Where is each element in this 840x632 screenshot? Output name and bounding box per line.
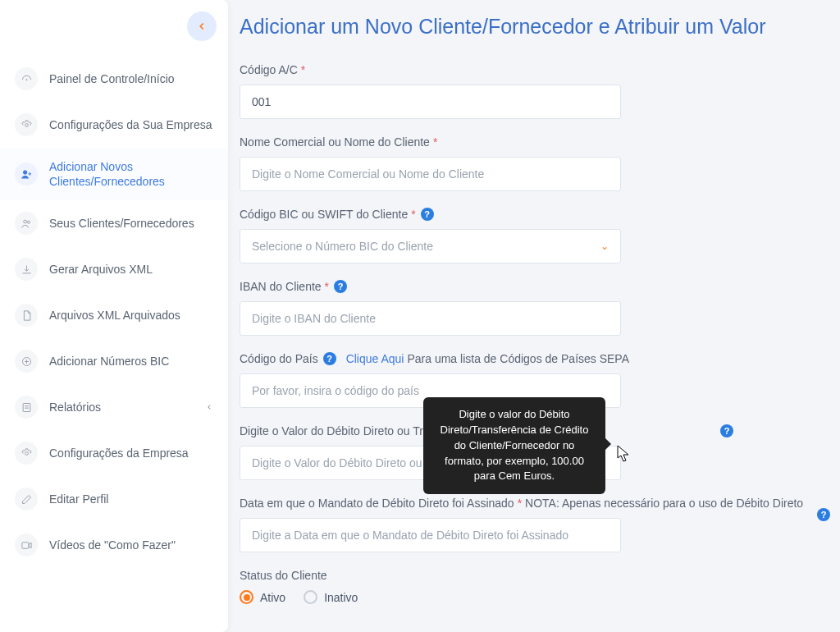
sidebar-item-reports[interactable]: Relatórios <box>0 384 228 430</box>
ac-code-input[interactable] <box>240 85 621 119</box>
tooltip-text: Digite o valor do Débito Direto/Transfer… <box>441 408 589 482</box>
field-iban: IBAN do Cliente* ? <box>240 280 833 336</box>
trade-name-input[interactable] <box>240 157 621 191</box>
chevron-left-icon <box>205 400 213 414</box>
radio-dot-icon <box>240 590 253 604</box>
chevron-left-icon <box>196 21 208 32</box>
user-plus-icon <box>15 163 38 185</box>
field-customer-status: Status do Cliente Ativo Inativo <box>240 569 833 604</box>
radio-label: Ativo <box>260 591 285 604</box>
page-title: Adicionar um Novo Cliente/Fornecedor e A… <box>240 15 833 39</box>
main-content: Adicionar um Novo Cliente/Fornecedor e A… <box>228 0 840 632</box>
select-placeholder: Selecione o Número BIC do Cliente <box>252 240 433 253</box>
field-note: Para uma lista de Códigos de Países SEPA <box>407 352 629 365</box>
sidebar-item-company-config[interactable]: Configurações da Empresa <box>0 430 228 476</box>
svg-point-0 <box>25 79 26 80</box>
sidebar-item-label: Gerar Arquivos XML <box>49 262 213 277</box>
radio-label: Inativo <box>324 591 358 604</box>
svg-point-6 <box>27 221 30 223</box>
help-icon[interactable]: ? <box>817 508 830 521</box>
iban-input[interactable] <box>240 301 621 336</box>
field-mandate-date: Data em que o Mandato de Débito Direto f… <box>240 497 833 552</box>
file-icon <box>15 304 38 327</box>
sidebar-item-archived-xml[interactable]: Arquivos XML Arquivados <box>0 292 228 338</box>
sidebar-item-your-customers[interactable]: Seus Clientes/Fornecedores <box>0 200 228 246</box>
field-label: Código A/C* <box>240 63 833 76</box>
field-label: Status do Cliente <box>240 569 833 582</box>
chevron-down-icon: ⌄ <box>600 240 609 252</box>
sidebar-item-label: Relatórios <box>49 400 194 414</box>
svg-point-2 <box>23 171 26 174</box>
sidebar-item-label: Configurações da Empresa <box>49 446 213 460</box>
sidebar-item-howto-videos[interactable]: Vídeos de "Como Fazer" <box>0 522 228 568</box>
download-icon <box>15 258 38 281</box>
help-icon[interactable]: ? <box>334 280 347 293</box>
help-icon[interactable]: ? <box>323 352 336 365</box>
sidebar-item-label: Arquivos XML Arquivados <box>49 308 213 323</box>
field-label: Código do País ? Clique Aqui Para uma li… <box>240 352 833 365</box>
sepa-codes-link[interactable]: Clique Aqui <box>346 352 404 365</box>
field-bic: Código BIC ou SWIFT do Cliente* ? Seleci… <box>240 208 833 263</box>
sidebar-item-add-bic[interactable]: Adicionar Números BIC <box>0 338 228 384</box>
svg-point-1 <box>25 123 28 126</box>
sidebar-collapse-button[interactable] <box>187 11 217 41</box>
radio-status-inactive[interactable]: Inativo <box>304 590 358 604</box>
sidebar-item-label: Adicionar Números BIC <box>49 354 213 369</box>
sidebar-item-label: Seus Clientes/Fornecedores <box>49 216 213 231</box>
sidebar-item-label: Configurações da Sua Empresa <box>49 117 213 132</box>
help-icon[interactable]: ? <box>421 208 434 221</box>
help-icon[interactable]: ? <box>720 424 733 437</box>
sidebar-item-dashboard[interactable]: Painel de Controle/Início <box>0 56 228 102</box>
field-label: Código BIC ou SWIFT do Cliente* ? <box>240 208 833 221</box>
sidebar-item-label: Editar Perfil <box>49 492 213 506</box>
field-label: Nome Comercial ou Nome do Cliente* <box>240 135 833 149</box>
sidebar-item-label: Vídeos de "Como Fazer" <box>49 538 213 552</box>
sidebar-item-add-customers[interactable]: Adicionar Novos Clientes/Fornecedores <box>0 148 228 200</box>
dashboard-icon <box>15 67 38 90</box>
video-icon <box>15 534 38 556</box>
field-ac-code: Código A/C* <box>240 63 833 119</box>
edit-icon <box>15 488 38 511</box>
sidebar-item-label: Painel de Controle/Início <box>49 71 213 86</box>
sidebar-item-edit-profile[interactable]: Editar Perfil <box>0 476 228 522</box>
svg-point-5 <box>23 220 26 223</box>
gear-icon <box>15 113 38 136</box>
tooltip-amount-format: Digite o valor do Débito Direto/Transfer… <box>423 397 605 494</box>
plus-circle-icon <box>15 350 38 373</box>
sidebar: Painel de Controle/Início Configurações … <box>0 0 228 632</box>
sidebar-item-generate-xml[interactable]: Gerar Arquivos XML <box>0 246 228 292</box>
report-icon <box>15 396 38 419</box>
svg-rect-10 <box>23 403 30 411</box>
gear-icon <box>15 442 38 465</box>
svg-point-13 <box>25 452 28 456</box>
field-note: NOTA: Apenas necessário para o uso de Dé… <box>525 497 803 510</box>
users-icon <box>15 212 38 235</box>
radio-status-active[interactable]: Ativo <box>240 590 285 604</box>
field-trade-name: Nome Comercial ou Nome do Cliente* <box>240 135 833 191</box>
bic-select[interactable]: Selecione o Número BIC do Cliente ⌄ <box>240 229 621 263</box>
svg-rect-14 <box>21 543 28 549</box>
mandate-date-input[interactable] <box>240 518 621 552</box>
field-label: IBAN do Cliente* ? <box>240 280 833 293</box>
radio-dot-icon <box>304 590 317 604</box>
sidebar-item-company-settings[interactable]: Configurações da Sua Empresa <box>0 102 228 148</box>
field-label: Data em que o Mandato de Débito Direto f… <box>240 497 833 510</box>
sidebar-item-label: Adicionar Novos Clientes/Fornecedores <box>49 159 213 189</box>
